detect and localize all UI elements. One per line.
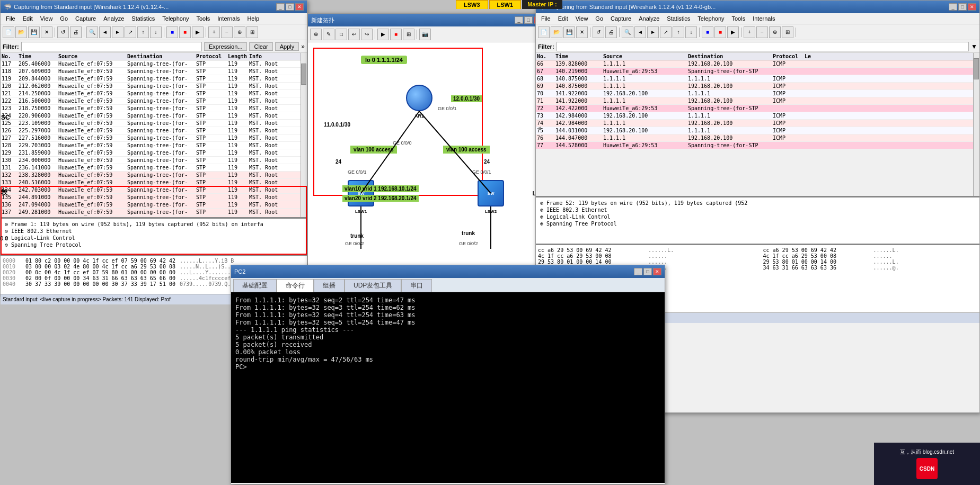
detail-frame-left[interactable]: ⊕ Frame 1: 119 bytes on wire (952 bits),… [3, 221, 305, 228]
table-row[interactable]: 71141.9220001.1.1.1192.168.20.100ICMP [536, 97, 979, 105]
pkt-arrow-right[interactable]: ◄ [536, 124, 542, 132]
tb-expand-right[interactable]: ⊞ [782, 26, 793, 38]
topo-tb9[interactable]: 📷 [419, 29, 431, 40]
tb-unmark-right[interactable]: ↓ [685, 26, 697, 38]
table-row[interactable]: 73142.984000192.168.20.1001.1.1.1ICMP [536, 112, 979, 120]
table-row[interactable]: 125223.109000HuaweiTe_ef:07:59Spanning-t… [1, 120, 307, 127]
tb-prev-right[interactable]: ◄ [634, 26, 646, 38]
detail-frame-right[interactable]: ⊕ Frame 52: 119 bytes on wire (952 bits)… [538, 200, 977, 206]
table-row[interactable]: 120212.062000HuaweiTe_ef:07:59Spanning-t… [1, 83, 307, 90]
pc2-tab-multicast[interactable]: 组播 [314, 279, 345, 292]
scrollbar-thumb-right[interactable] [974, 58, 979, 79]
table-row[interactable]: 128229.703000HuaweiTe_ef:07:59Spanning-t… [1, 142, 307, 149]
tb-mark-left[interactable]: ↑ [137, 26, 149, 38]
tb-find-left[interactable]: 🔍 [86, 26, 98, 38]
table-row[interactable]: 67140.219000HuaweiTe_a6:29:53Spanning-tr… [536, 68, 979, 75]
lsw1-tab[interactable]: LSW1 [489, 0, 522, 9]
tb-zoom-in-right[interactable]: + [744, 26, 755, 38]
lsw1-switch[interactable]: SW LSW1 [348, 180, 374, 206]
topo-tb1[interactable]: ⊕ [310, 29, 322, 40]
table-row[interactable]: 68140.8750001.1.1.11.1.1.1ICMP [536, 75, 979, 83]
tb-prev-left[interactable]: ◄ [99, 26, 111, 38]
tb-reload-right[interactable]: ↺ [593, 26, 604, 38]
table-row[interactable]: 118207.609000HuaweiTe_ef:07:59Spanning-t… [1, 68, 307, 75]
maximize-btn-right[interactable]: □ [958, 3, 967, 11]
topo-tb5[interactable]: ↪ [361, 29, 373, 40]
menu-go-left[interactable]: Go [57, 14, 71, 23]
tb-zoom-reset-right[interactable]: ⊕ [769, 26, 781, 38]
menu-file-right[interactable]: File [538, 14, 554, 23]
tb-open-right[interactable]: 📂 [551, 26, 562, 38]
filter-dropdown-right[interactable]: ▼ [971, 43, 977, 50]
tb-stop-left[interactable]: ■ [179, 26, 191, 38]
tb-zoom-out-right[interactable]: − [756, 26, 768, 38]
table-row[interactable]: 119209.844000HuaweiTe_ef:07:59Spanning-t… [1, 75, 307, 83]
table-row[interactable]: 127227.516000HuaweiTe_ef:07:59Spanning-t… [1, 134, 307, 142]
maximize-btn-pc2[interactable]: □ [643, 268, 652, 275]
table-row[interactable]: 134242.703000HuaweiTe_ef:07:59Spanning-t… [1, 186, 307, 194]
minimize-btn-left[interactable]: _ [276, 3, 285, 11]
menu-file-left[interactable]: File [3, 14, 19, 23]
detail-stp-right[interactable]: ⊕ Spanning Tree Protocol [538, 220, 977, 227]
filter-apply-btn-left[interactable]: Apply [275, 42, 299, 51]
tb-print-right[interactable]: 🖨 [605, 26, 617, 38]
detail-llc-right[interactable]: ⊕ Logical-Link Control [538, 213, 977, 220]
table-row[interactable]: 76144.0470001.1.1.1192.168.20.100ICMP [536, 134, 979, 142]
menu-tools-right[interactable]: Tools [729, 14, 749, 23]
menu-telephony-right[interactable]: Telephony [694, 14, 727, 23]
tb-start-right[interactable]: ■ [702, 26, 713, 38]
minimize-btn-topo[interactable]: _ [515, 16, 523, 24]
scrollbar-left[interactable] [301, 53, 307, 217]
lsw2-switch[interactable]: SW LSW2 [478, 180, 504, 206]
tb-expand-left[interactable]: ⊞ [246, 26, 258, 38]
menu-view-right[interactable]: View [572, 14, 591, 23]
menu-edit-left[interactable]: Edit [20, 14, 36, 23]
tb-save-left[interactable]: 💾 [28, 26, 40, 38]
pc2-tab-serial[interactable]: 串口 [401, 279, 432, 292]
tb-zoom-out-left[interactable]: − [221, 26, 233, 38]
menu-internals-right[interactable]: Internals [749, 14, 778, 23]
menu-statistics-left[interactable]: Statistics [128, 14, 158, 23]
tb-new-right[interactable]: 📄 [538, 26, 550, 38]
table-row[interactable]: 123218.750000HuaweiTe_ef:07:59Spanning-t… [1, 105, 307, 112]
menu-telephony-left[interactable]: Telephony [159, 14, 192, 23]
tb-open-left[interactable]: 📂 [15, 26, 27, 38]
table-row[interactable]: 66139.8280001.1.1.1192.168.20.100ICMP [536, 60, 979, 68]
detail-stp-left[interactable]: ⊕ Spanning Tree Protocol [3, 241, 305, 248]
table-row[interactable]: 70141.922000192.168.20.1001.1.1.1ICMP [536, 90, 979, 97]
scrollbar-thumb-left[interactable] [301, 64, 306, 85]
detail-eth-right[interactable]: ⊕ IEEE 802.3 Ethernet [538, 206, 977, 213]
tb-go-left[interactable]: ↗ [125, 26, 136, 38]
table-row[interactable]: 137249.281000HuaweiTe_ef:07:59Spanning-t… [1, 209, 307, 216]
tb-restart-right[interactable]: ▶ [727, 26, 739, 38]
tb-next-left[interactable]: ► [112, 26, 123, 38]
table-row[interactable]: 132238.328000HuaweiTe_ef:07:59Spanning-t… [1, 172, 307, 179]
table-row[interactable]: 121214.250000HuaweiTe_ef:07:59Spanning-t… [1, 90, 307, 97]
table-row[interactable]: 130234.000000HuaweiTe_ef:07:59Spanning-t… [1, 157, 307, 164]
filter-expr-btn-left[interactable]: Expression... [204, 42, 248, 51]
filter-input-right[interactable] [557, 42, 969, 51]
tb-next-right[interactable]: ► [647, 26, 659, 38]
tb-zoom-reset-left[interactable]: ⊕ [234, 26, 245, 38]
pc2-tab-basic[interactable]: 基础配置 [233, 279, 277, 292]
tb-new-left[interactable]: 📄 [3, 26, 14, 38]
lsw3-tab[interactable]: LSW3 [456, 0, 488, 9]
menu-view-left[interactable]: View [37, 14, 56, 23]
tb-mark-right[interactable]: ↑ [673, 26, 684, 38]
close-btn-left[interactable]: ✕ [295, 3, 304, 11]
close-btn-right[interactable]: ✕ [968, 3, 976, 11]
topo-tb6[interactable]: ▶ [377, 29, 389, 40]
tb-restart-left[interactable]: ▶ [192, 26, 204, 38]
tb-stop-right[interactable]: ■ [714, 26, 726, 38]
table-row[interactable]: 126225.297000HuaweiTe_ef:07:59Spanning-t… [1, 127, 307, 134]
menu-capture-right[interactable]: Capture [607, 14, 634, 23]
table-row[interactable]: 133240.516000HuaweiTe_ef:07:59Spanning-t… [1, 179, 307, 186]
table-row[interactable]: 77144.578000HuaweiTe_a6:29:53Spanning-tr… [536, 142, 979, 149]
tb-print-left[interactable]: 🖨 [70, 26, 82, 38]
tb-reload-left[interactable]: ↺ [57, 26, 69, 38]
menu-analyze-left[interactable]: Analyze [100, 14, 127, 23]
maximize-btn-left[interactable]: □ [286, 3, 294, 11]
tb-close-right[interactable]: ✕ [576, 26, 588, 38]
tb-save-right[interactable]: 💾 [563, 26, 575, 38]
tb-close-left[interactable]: ✕ [41, 26, 52, 38]
